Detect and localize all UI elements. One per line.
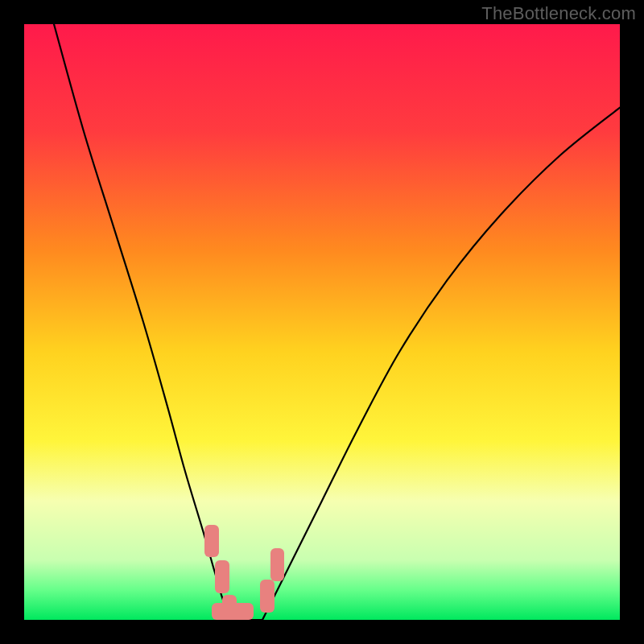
trough-marker bbox=[212, 603, 254, 620]
trough-marker bbox=[204, 525, 219, 558]
trough-marker bbox=[260, 580, 275, 613]
plot-area bbox=[24, 24, 620, 620]
bottleneck-curve bbox=[24, 24, 620, 620]
trough-marker bbox=[270, 548, 285, 581]
watermark-text: TheBottleneck.com bbox=[481, 3, 636, 24]
chart-frame: TheBottleneck.com bbox=[0, 0, 644, 644]
trough-marker bbox=[215, 560, 229, 593]
